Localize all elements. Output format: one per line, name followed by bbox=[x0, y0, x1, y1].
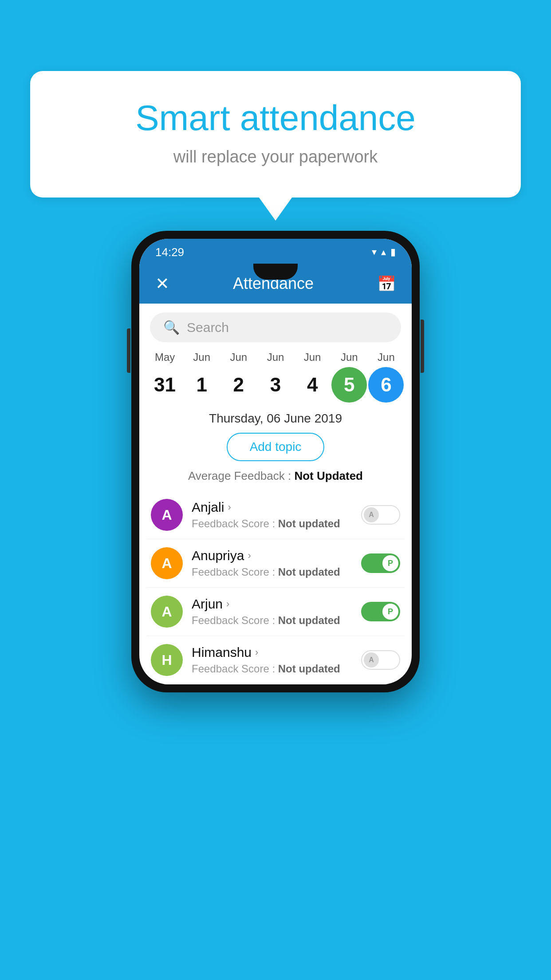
list-item[interactable]: A Anupriya › Feedback Score : Not update… bbox=[146, 539, 405, 588]
feedback-score: Feedback Score : Not updated bbox=[192, 614, 352, 627]
toggle-thumb: A bbox=[364, 507, 379, 522]
search-icon: 🔍 bbox=[163, 320, 180, 335]
attendance-toggle[interactable]: A bbox=[361, 505, 400, 525]
avatar: H bbox=[151, 644, 183, 676]
cal-date-4: 4 bbox=[295, 367, 330, 403]
feedback-score: Feedback Score : Not updated bbox=[192, 663, 352, 675]
toggle-on[interactable]: P bbox=[361, 602, 400, 621]
status-bar: 14:29 ▾ ▴ ▮ bbox=[139, 239, 412, 264]
chevron-right-icon: › bbox=[228, 502, 231, 513]
cal-date-0: 31 bbox=[147, 367, 183, 403]
student-info: Himanshu › Feedback Score : Not updated bbox=[192, 645, 352, 675]
phone-notch bbox=[253, 264, 298, 280]
signal-icon: ▴ bbox=[381, 246, 386, 258]
attendance-toggle[interactable]: P bbox=[361, 602, 400, 621]
cal-date-6: 6 bbox=[368, 367, 404, 403]
cal-date-5: 5 bbox=[331, 367, 367, 403]
cal-date-2: 2 bbox=[221, 367, 256, 403]
add-topic-button[interactable]: Add topic bbox=[227, 433, 325, 461]
cal-day-3[interactable]: Jun 3 bbox=[258, 351, 293, 403]
cal-month-1: Jun bbox=[184, 351, 220, 364]
toggle-thumb: P bbox=[382, 555, 398, 571]
student-list: A Anjali › Feedback Score : Not updated … bbox=[139, 491, 412, 684]
cal-date-1: 1 bbox=[184, 367, 220, 403]
speech-bubble-container: Smart attendance will replace your paper… bbox=[30, 71, 521, 198]
toggle-on[interactable]: P bbox=[361, 553, 400, 573]
avg-feedback-label: Average Feedback : bbox=[188, 469, 294, 482]
status-icons: ▾ ▴ ▮ bbox=[372, 246, 396, 258]
calendar-icon[interactable]: 📅 bbox=[377, 275, 396, 292]
toggle-thumb: P bbox=[382, 604, 398, 620]
bubble-subtitle: will replace your paperwork bbox=[66, 147, 485, 166]
chevron-right-icon: › bbox=[248, 550, 251, 561]
cal-day-0[interactable]: May 31 bbox=[147, 351, 183, 403]
phone-power-button bbox=[421, 320, 424, 373]
battery-icon: ▮ bbox=[390, 246, 396, 258]
student-name: Himanshu › bbox=[192, 645, 352, 660]
avatar: A bbox=[151, 499, 183, 531]
cal-day-1[interactable]: Jun 1 bbox=[184, 351, 220, 403]
chevron-right-icon: › bbox=[226, 598, 229, 610]
cal-day-2[interactable]: Jun 2 bbox=[221, 351, 256, 403]
wifi-icon: ▾ bbox=[372, 246, 377, 258]
student-info: Anupriya › Feedback Score : Not updated bbox=[192, 548, 352, 578]
cal-day-5[interactable]: Jun 5 bbox=[331, 351, 367, 403]
calendar-strip: May 31 Jun 1 Jun 2 Jun 3 Jun 4 bbox=[139, 351, 412, 403]
speech-bubble: Smart attendance will replace your paper… bbox=[30, 71, 521, 198]
toggle-off[interactable]: A bbox=[361, 505, 400, 525]
attendance-toggle[interactable]: A bbox=[361, 650, 400, 670]
student-name: Anjali › bbox=[192, 500, 352, 515]
cal-month-5: Jun bbox=[331, 351, 367, 364]
toggle-thumb: A bbox=[364, 652, 379, 668]
list-item[interactable]: A Anjali › Feedback Score : Not updated … bbox=[146, 491, 405, 539]
phone-volume-button bbox=[127, 328, 130, 373]
student-info: Anjali › Feedback Score : Not updated bbox=[192, 500, 352, 530]
cal-month-6: Jun bbox=[368, 351, 404, 364]
student-name: Arjun › bbox=[192, 597, 352, 612]
cal-month-0: May bbox=[147, 351, 183, 364]
selected-date: Thursday, 06 June 2019 bbox=[139, 411, 412, 426]
student-name: Anupriya › bbox=[192, 548, 352, 563]
list-item[interactable]: A Arjun › Feedback Score : Not updated P bbox=[146, 588, 405, 636]
cal-date-3: 3 bbox=[258, 367, 293, 403]
avatar: A bbox=[151, 596, 183, 628]
bubble-title: Smart attendance bbox=[66, 98, 485, 138]
phone-outer: 14:29 ▾ ▴ ▮ ✕ Attendance 📅 🔍 Search bbox=[131, 231, 420, 692]
cal-month-4: Jun bbox=[295, 351, 330, 364]
avg-feedback-value: Not Updated bbox=[294, 469, 363, 482]
chevron-right-icon: › bbox=[255, 647, 258, 658]
toggle-off[interactable]: A bbox=[361, 650, 400, 670]
student-info: Arjun › Feedback Score : Not updated bbox=[192, 597, 352, 627]
search-bar[interactable]: 🔍 Search bbox=[150, 312, 401, 342]
cal-month-2: Jun bbox=[221, 351, 256, 364]
avatar: A bbox=[151, 547, 183, 579]
average-feedback: Average Feedback : Not Updated bbox=[139, 469, 412, 483]
close-button[interactable]: ✕ bbox=[155, 274, 169, 293]
feedback-score: Feedback Score : Not updated bbox=[192, 518, 352, 530]
phone-screen: 14:29 ▾ ▴ ▮ ✕ Attendance 📅 🔍 Search bbox=[139, 239, 412, 684]
cal-day-6[interactable]: Jun 6 bbox=[368, 351, 404, 403]
attendance-toggle[interactable]: P bbox=[361, 553, 400, 573]
feedback-score: Feedback Score : Not updated bbox=[192, 566, 352, 578]
search-input[interactable]: Search bbox=[187, 320, 229, 335]
list-item[interactable]: H Himanshu › Feedback Score : Not update… bbox=[146, 636, 405, 684]
status-time: 14:29 bbox=[155, 245, 184, 259]
cal-month-3: Jun bbox=[258, 351, 293, 364]
phone-mockup: 14:29 ▾ ▴ ▮ ✕ Attendance 📅 🔍 Search bbox=[131, 231, 420, 692]
cal-day-4[interactable]: Jun 4 bbox=[295, 351, 330, 403]
